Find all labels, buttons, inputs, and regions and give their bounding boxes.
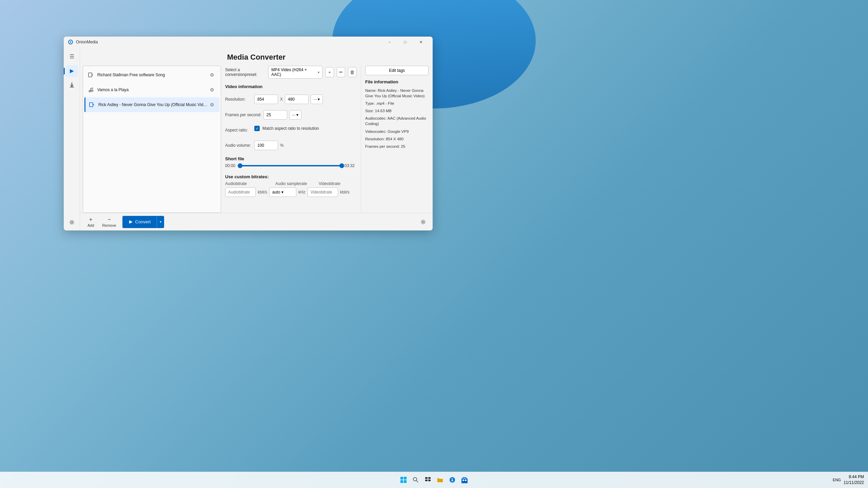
maximize-button[interactable]: □ [397, 37, 413, 47]
aspect-ratio-checkbox[interactable]: ✓ [254, 126, 260, 131]
audiobitrate-input[interactable] [225, 187, 256, 197]
fps-row: Frames per second: ··· ▾ [225, 110, 357, 120]
bottom-toolbar: + Add − Remove Convert ▾ [80, 213, 433, 230]
fps-input[interactable] [263, 110, 287, 120]
svg-rect-14 [400, 477, 403, 480]
svg-marker-7 [92, 74, 93, 76]
delete-preset-button[interactable]: 🗑 [348, 67, 357, 77]
settings-icon [69, 220, 75, 225]
samplerate-unit: kHz [298, 190, 305, 195]
audio-volume-input[interactable] [254, 141, 278, 150]
file-info-title: File information [365, 79, 429, 84]
file-name: Rick Astley - Never Gonna Give You Up (O… [98, 102, 208, 107]
bitrate-section: Use custom bitrates: Audiobitrate Audio … [225, 174, 357, 197]
aspect-ratio-label: Aspect ratio: [225, 128, 252, 133]
sidebar-item-download[interactable] [66, 79, 78, 91]
slider-thumb-end[interactable] [339, 163, 344, 168]
svg-rect-17 [404, 480, 407, 483]
resolution-height-input[interactable] [285, 95, 309, 104]
search-button[interactable] [410, 474, 421, 485]
taskbar-right: ENG 8:44 PM 11/11/2022 [833, 474, 864, 486]
file-item[interactable]: Vamos a la Playa ⚙ [84, 82, 219, 97]
svg-rect-26 [462, 480, 464, 481]
content-area: Richard Stallman Free software Song ⚙ [80, 66, 433, 213]
store-button[interactable] [459, 474, 470, 485]
edge-button[interactable] [447, 474, 458, 485]
svg-marker-12 [129, 220, 133, 224]
video-file-icon [89, 102, 95, 108]
fps-label: Frames per second: [225, 113, 261, 117]
aspect-ratio-checkbox-label: Match aspect ratio to resolution [262, 126, 319, 131]
slider-track[interactable] [240, 165, 342, 166]
file-info-audiocodec: Audiocodec: AAC (Advanced Audio Coding) [365, 116, 429, 126]
app-settings-button[interactable] [418, 217, 429, 227]
bitrate-inputs: kbit/s auto ▾ kHz kbit/s [225, 187, 357, 197]
bitrate-title: Use custom bitrates: [225, 174, 357, 179]
convert-dropdown-button[interactable]: ▾ [157, 216, 164, 228]
audiobitrate-header: Audiobitrate [225, 181, 266, 186]
audiobitrate-unit: kbit/s [258, 190, 267, 195]
taskbar-time: 8:44 PM [844, 474, 864, 480]
file-settings-button[interactable]: ⚙ [208, 86, 216, 94]
slider-thumb-start[interactable] [238, 163, 242, 168]
chevron-down-icon: ▾ [160, 220, 161, 224]
file-info-size: Size: 14.63 MB [365, 108, 429, 114]
preset-select[interactable]: MP4 Video (H264 + AAC) ▾ [268, 66, 322, 79]
svg-point-18 [413, 477, 417, 481]
more-icon: ··· [292, 113, 296, 117]
settings-icon [420, 219, 426, 225]
file-list: Richard Stallman Free software Song ⚙ [83, 66, 221, 213]
start-button[interactable] [398, 474, 409, 485]
file-settings-button[interactable]: ⚙ [208, 101, 216, 109]
hamburger-icon: ☰ [70, 53, 74, 60]
file-info-panel: Edit tags File information Name: Rick As… [361, 66, 429, 213]
file-settings-button[interactable]: ⚙ [208, 71, 216, 79]
minimize-button[interactable]: − [382, 37, 397, 47]
chevron-down-icon: ▾ [318, 70, 319, 74]
slider-fill [240, 165, 342, 166]
samplerate-select[interactable]: auto ▾ [269, 187, 296, 197]
file-item[interactable]: Richard Stallman Free software Song ⚙ [84, 67, 219, 82]
edit-tags-button[interactable]: Edit tags [365, 66, 429, 75]
resolution-more-button[interactable]: ··· ▾ [311, 95, 323, 104]
close-button[interactable]: ✕ [413, 37, 429, 47]
add-preset-button[interactable]: + [325, 67, 334, 77]
videobitrate-input[interactable] [308, 187, 338, 197]
audio-volume-unit: % [280, 143, 284, 148]
explorer-button[interactable] [435, 474, 446, 485]
svg-rect-23 [428, 480, 431, 481]
svg-marker-11 [93, 104, 94, 105]
svg-point-13 [422, 221, 424, 223]
settings-button[interactable] [66, 217, 77, 228]
add-button[interactable]: + Add [84, 215, 98, 229]
svg-rect-24 [461, 479, 468, 483]
resolution-width-input[interactable] [254, 95, 278, 104]
remove-icon: − [107, 217, 111, 223]
svg-rect-16 [400, 480, 403, 483]
resolution-label: Resolution: [225, 97, 252, 102]
sidebar-item-convert[interactable] [66, 65, 78, 77]
task-view-button[interactable] [422, 474, 433, 485]
short-file-section: Short file 00:00 03:32 [225, 156, 357, 168]
remove-button[interactable]: − Remove [99, 215, 120, 229]
sidebar: ☰ [64, 47, 80, 230]
menu-button[interactable]: ☰ [66, 50, 78, 62]
resolution-separator: X [280, 97, 283, 102]
edit-preset-button[interactable]: ✏ [337, 67, 346, 77]
svg-rect-15 [404, 477, 407, 480]
title-bar: OnionMedia − □ ✕ [64, 37, 433, 47]
file-item[interactable]: Rick Astley - Never Gonna Give You Up (O… [84, 97, 219, 112]
svg-rect-6 [88, 73, 92, 77]
chevron-down-icon: ▾ [318, 97, 320, 102]
aspect-ratio-row: Aspect ratio: ✓ Match aspect ratio to re… [225, 126, 357, 135]
fps-more-button[interactable]: ··· ▾ [289, 110, 301, 120]
bitrate-headers: Audiobitrate Audio samplerate Videobitra… [225, 181, 357, 186]
convert-button-group: Convert ▾ [122, 216, 164, 228]
svg-marker-2 [70, 69, 74, 73]
slider-container: 00:00 03:32 [225, 163, 357, 168]
sidebar-bottom [66, 217, 77, 228]
taskbar-date: 11/11/2022 [844, 480, 864, 486]
audio-file-icon [88, 87, 94, 93]
convert-button[interactable]: Convert [122, 216, 157, 228]
aspect-ratio-checkbox-row: ✓ Match aspect ratio to resolution [254, 126, 319, 131]
